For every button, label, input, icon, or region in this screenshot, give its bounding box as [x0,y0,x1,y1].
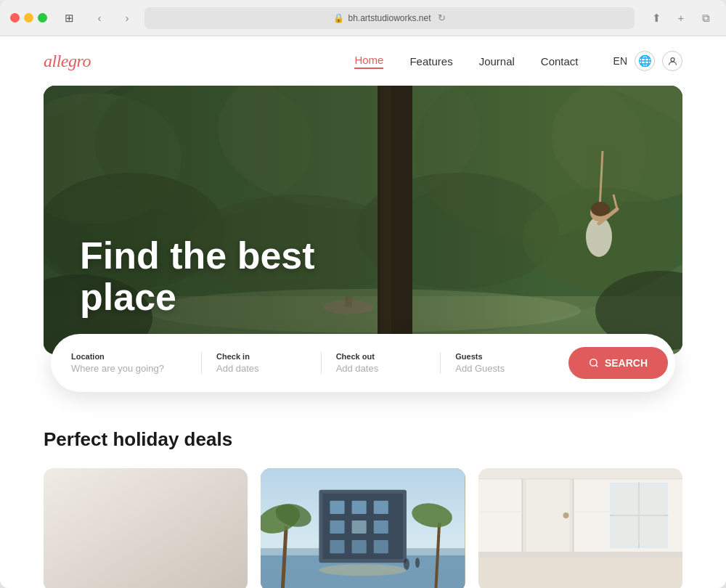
checkout-label: Check out [336,352,426,361]
site-content: allegro Home Features Journal Contact EN… [0,36,726,588]
svg-point-39 [191,530,217,544]
svg-rect-32 [44,548,248,588]
svg-point-68 [563,513,568,518]
hero-wrapper: Find the best place [0,86,726,354]
reload-icon[interactable]: ↻ [438,12,446,23]
svg-rect-33 [58,552,189,588]
deal-card-3[interactable] [478,468,682,588]
svg-rect-30 [65,486,123,571]
svg-point-61 [415,558,420,568]
svg-rect-54 [374,540,388,553]
deals-section: Perfect holiday deals [0,392,726,588]
close-button[interactable] [10,13,20,23]
nav-link-contact[interactable]: Contact [541,55,579,68]
deal-card-1[interactable] [44,468,248,588]
maximize-button[interactable] [38,13,47,23]
svg-rect-64 [478,555,682,588]
deals-title: Perfect holiday deals [44,428,682,451]
svg-rect-35 [105,554,138,572]
checkin-field[interactable]: Check in Add dates [202,352,322,374]
checkin-value[interactable]: Add dates [216,363,306,374]
guests-value[interactable]: Add Guests [455,363,545,374]
search-container: Location Where are you going? Check in A… [22,334,704,392]
checkout-field[interactable]: Check out Add dates [322,352,441,374]
nav-link-features[interactable]: Features [409,55,452,68]
browser-actions: ⬆ + ⧉ [646,8,716,28]
globe-icon[interactable]: 🌐 [635,51,655,71]
svg-rect-50 [352,520,367,534]
back-button[interactable]: ‹ [89,8,110,28]
site-logo[interactable]: allegro [44,52,91,71]
svg-rect-31 [146,483,189,578]
svg-rect-52 [330,540,345,553]
nav-right: EN 🌐 [613,51,682,71]
svg-rect-46 [330,501,345,514]
browser-titlebar: ⊞ ‹ › 🔒 bh.artstudioworks.net ↻ ⬆ + ⧉ [0,0,726,36]
checkout-value[interactable]: Add dates [336,363,426,374]
location-label: Location [71,352,187,361]
search-button[interactable]: SEARCH [568,347,668,379]
navbar: allegro Home Features Journal Contact EN… [0,36,726,86]
svg-rect-48 [374,501,388,514]
svg-rect-34 [65,554,98,572]
nav-link-home[interactable]: Home [354,54,383,69]
sidebar-toggle-button[interactable]: ⊞ [59,8,79,28]
svg-point-40 [195,577,213,584]
url-bar[interactable]: 🔒 bh.artstudioworks.net ↻ [144,7,635,29]
hero-title-line1: Find the best [80,234,315,277]
hero-content: Find the best place [80,235,315,318]
language-text[interactable]: EN [613,55,627,67]
search-bar: Location Where are you going? Check in A… [51,334,675,392]
svg-rect-29 [51,475,139,585]
forward-button[interactable]: › [117,8,137,28]
traffic-lights [10,13,47,23]
svg-rect-37 [83,501,105,530]
svg-rect-47 [352,501,367,514]
checkin-label: Check in [216,352,306,361]
nav-link-journal[interactable]: Journal [479,55,515,68]
hero-title: Find the best place [80,235,315,318]
minimize-button[interactable] [24,13,33,23]
svg-rect-51 [374,520,388,534]
search-button-label: SEARCH [605,357,648,369]
svg-rect-69 [478,468,682,479]
svg-rect-53 [352,540,367,553]
new-tab-button[interactable]: + [671,8,691,28]
tabs-button[interactable]: ⧉ [696,8,716,28]
hero-title-line2: place [80,276,176,318]
svg-point-0 [671,57,674,61]
user-icon[interactable] [662,51,682,71]
location-value[interactable]: Where are you going? [71,363,187,374]
svg-rect-36 [80,497,109,534]
url-text: bh.artstudioworks.net [348,13,431,23]
guests-field[interactable]: Guests Add Guests [441,352,560,374]
deal-card-2[interactable] [261,468,465,588]
search-icon [589,358,599,368]
svg-point-26 [590,359,597,366]
svg-rect-28 [44,468,248,588]
nav-links: Home Features Journal Contact [354,54,578,69]
lock-icon: 🔒 [333,13,344,23]
hero-section: Find the best place [44,86,682,354]
guests-label: Guests [455,352,545,361]
svg-rect-75 [478,552,682,558]
svg-point-62 [319,564,407,576]
location-field[interactable]: Location Where are you going? [71,352,202,374]
share-button[interactable]: ⬆ [646,8,666,28]
svg-rect-49 [330,520,345,534]
svg-rect-74 [613,486,664,544]
browser-window: ⊞ ‹ › 🔒 bh.artstudioworks.net ↻ ⬆ + ⧉ al… [0,0,726,588]
svg-rect-27 [44,468,248,588]
deals-grid [44,468,682,588]
